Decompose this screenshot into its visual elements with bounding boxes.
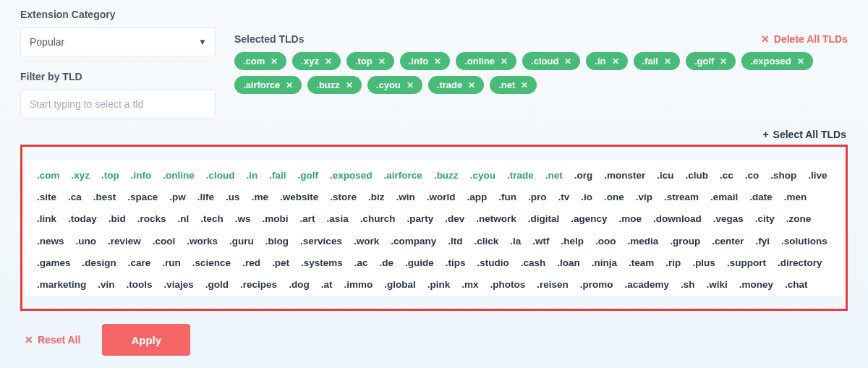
- tld-option[interactable]: .solutions: [781, 236, 827, 247]
- tld-option[interactable]: .blog: [265, 236, 289, 247]
- tld-option[interactable]: .support: [727, 257, 766, 269]
- tld-option[interactable]: .works: [187, 236, 218, 247]
- tld-option[interactable]: .life: [197, 192, 214, 203]
- tld-option[interactable]: .zone: [786, 213, 812, 225]
- tld-option[interactable]: .review: [108, 236, 141, 247]
- tld-option[interactable]: .plus: [692, 257, 715, 269]
- tld-option[interactable]: .best: [93, 192, 116, 203]
- tld-option[interactable]: .academy: [624, 279, 669, 291]
- selected-tag[interactable]: .in✕: [586, 52, 627, 70]
- tag-remove-icon[interactable]: ✕: [271, 56, 278, 67]
- tld-option[interactable]: .stream: [664, 192, 699, 203]
- reset-all-button[interactable]: ✕ Reset All: [25, 334, 80, 346]
- tld-option[interactable]: .co: [745, 170, 760, 181]
- tld-option[interactable]: .run: [162, 257, 181, 269]
- tld-option[interactable]: .la: [510, 236, 521, 247]
- tld-option[interactable]: .ninja: [592, 257, 617, 269]
- tld-option[interactable]: .design: [82, 257, 116, 269]
- tld-option[interactable]: .work: [354, 236, 379, 247]
- tld-option[interactable]: .dev: [445, 213, 464, 225]
- tld-option[interactable]: .bid: [109, 213, 126, 225]
- tld-option[interactable]: .shop: [770, 170, 796, 181]
- tld-option[interactable]: .de: [379, 257, 393, 269]
- tld-option[interactable]: .fail: [269, 170, 286, 181]
- tld-option[interactable]: .digital: [528, 213, 560, 225]
- tld-option[interactable]: .tips: [446, 257, 466, 269]
- tld-option[interactable]: .exposed: [330, 170, 373, 181]
- tld-option[interactable]: .ca: [68, 192, 82, 203]
- tld-option[interactable]: .promo: [580, 279, 613, 291]
- tld-option[interactable]: .ws: [235, 213, 251, 225]
- tld-option[interactable]: .cash: [521, 257, 546, 269]
- tld-option[interactable]: .vip: [636, 192, 652, 203]
- tld-option[interactable]: .top: [101, 170, 119, 181]
- tld-option[interactable]: .pink: [427, 279, 451, 291]
- tld-option[interactable]: .org: [574, 170, 593, 181]
- tag-remove-icon[interactable]: ✕: [797, 56, 804, 67]
- selected-tag[interactable]: .online✕: [456, 52, 516, 70]
- tld-option[interactable]: .link: [37, 213, 56, 225]
- tld-option[interactable]: .at: [321, 279, 333, 291]
- tld-option[interactable]: .city: [755, 213, 775, 225]
- tld-option[interactable]: .nl: [178, 213, 190, 225]
- selected-tag[interactable]: .buzz✕: [307, 76, 362, 94]
- tld-option[interactable]: .win: [396, 192, 414, 203]
- tag-remove-icon[interactable]: ✕: [407, 80, 414, 90]
- tld-option[interactable]: .marketing: [37, 279, 86, 291]
- tld-option[interactable]: .wiki: [707, 279, 728, 291]
- selected-tag[interactable]: .exposed✕: [741, 52, 812, 70]
- tld-option[interactable]: .website: [280, 192, 318, 203]
- tld-option[interactable]: .money: [739, 279, 773, 291]
- delete-all-button[interactable]: ✕ Delete All TLDs: [761, 33, 848, 45]
- tld-option[interactable]: .vin: [98, 279, 114, 291]
- category-select[interactable]: Popular: [20, 27, 216, 56]
- tld-option[interactable]: .world: [427, 192, 456, 203]
- tld-option[interactable]: .tools: [127, 279, 153, 291]
- tld-option[interactable]: .global: [384, 279, 416, 291]
- tld-option[interactable]: .studio: [477, 257, 509, 269]
- tag-remove-icon[interactable]: ✕: [378, 56, 386, 67]
- tld-option[interactable]: .fyi: [756, 236, 770, 247]
- tag-remove-icon[interactable]: ✕: [664, 56, 671, 67]
- tld-option[interactable]: .fun: [498, 192, 516, 203]
- tld-option[interactable]: .company: [391, 236, 436, 247]
- tld-option[interactable]: .gold: [205, 279, 229, 291]
- tld-option[interactable]: .icu: [657, 170, 673, 181]
- tld-option[interactable]: .group: [670, 236, 700, 247]
- tld-option[interactable]: .golf: [298, 170, 319, 181]
- tld-option[interactable]: .moe: [618, 213, 642, 225]
- tld-option[interactable]: .io: [581, 192, 592, 203]
- apply-button[interactable]: Apply: [102, 324, 190, 356]
- tag-remove-icon[interactable]: ✕: [564, 56, 571, 67]
- tld-option[interactable]: .chat: [785, 279, 808, 291]
- tld-option[interactable]: .com: [37, 170, 60, 181]
- tld-option[interactable]: .red: [242, 257, 260, 269]
- tld-option[interactable]: .airforce: [384, 170, 422, 181]
- tld-option[interactable]: .pro: [528, 192, 547, 203]
- tld-option[interactable]: .vegas: [713, 213, 744, 225]
- tld-option[interactable]: .photos: [490, 279, 525, 291]
- tag-remove-icon[interactable]: ✕: [468, 80, 475, 90]
- tld-option[interactable]: .us: [226, 192, 240, 203]
- tld-option[interactable]: .systems: [301, 257, 343, 269]
- tld-option[interactable]: .science: [192, 257, 231, 269]
- tld-option[interactable]: .media: [628, 236, 659, 247]
- tld-option[interactable]: .date: [749, 192, 773, 203]
- tld-option[interactable]: .directory: [778, 257, 822, 269]
- tld-option[interactable]: .xyz: [72, 170, 90, 181]
- tag-remove-icon[interactable]: ✕: [521, 80, 528, 90]
- tld-option[interactable]: .tv: [558, 192, 569, 203]
- tld-grid-scroll[interactable]: .com.xyz.top.info.online.cloud.in.fail.g…: [25, 160, 843, 296]
- tld-option[interactable]: .guide: [405, 257, 434, 269]
- tld-option[interactable]: .pet: [272, 257, 289, 269]
- tld-option[interactable]: .services: [300, 236, 342, 247]
- category-select-wrap[interactable]: Popular ▼: [20, 27, 216, 56]
- selected-tag[interactable]: .airforce✕: [234, 76, 302, 94]
- selected-tag[interactable]: .net✕: [490, 76, 537, 94]
- tag-remove-icon[interactable]: ✕: [612, 56, 619, 67]
- tld-option[interactable]: .email: [710, 192, 738, 203]
- tld-option[interactable]: .news: [37, 236, 64, 247]
- tld-option[interactable]: .cool: [153, 236, 176, 247]
- tld-option[interactable]: .ac: [354, 257, 368, 269]
- tld-option[interactable]: .buzz: [434, 170, 459, 181]
